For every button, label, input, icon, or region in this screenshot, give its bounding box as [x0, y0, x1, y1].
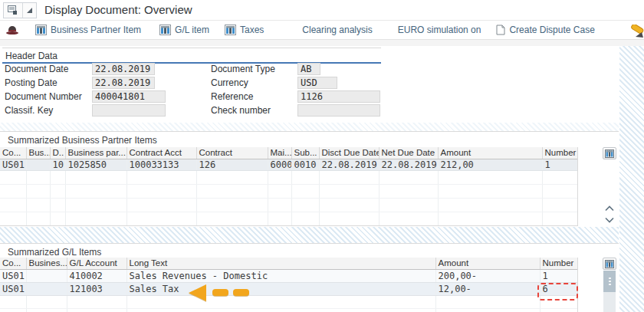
empty-cell — [196, 212, 268, 225]
check-number-field[interactable] — [297, 104, 380, 117]
empty-cell — [196, 198, 268, 212]
gl-scrollbar-thumb[interactable] — [603, 271, 616, 292]
currency-field[interactable]: USD — [297, 77, 337, 89]
empty-cell — [291, 212, 319, 225]
display-mode-button[interactable] — [6, 21, 18, 38]
table-cell[interactable]: US01 — [0, 269, 26, 282]
table-cell[interactable]: US01 — [0, 282, 26, 295]
taxes-button[interactable]: Taxes — [225, 21, 264, 38]
column-header[interactable]: Disct Due Date — [319, 147, 379, 159]
bp-scroll-down-button[interactable] — [603, 215, 615, 225]
table-row[interactable]: US01410002Sales Revenues - Domestic200,0… — [0, 269, 577, 282]
column-header[interactable]: Number — [542, 147, 577, 159]
empty-cell — [0, 170, 26, 184]
gl-scrollbar[interactable] — [603, 271, 616, 312]
sap-display-document-window: Display Document: Overview Business Part… — [0, 0, 644, 312]
table-cell[interactable]: 200,00- — [435, 269, 540, 282]
table-cell[interactable]: 1025850 — [65, 159, 127, 170]
empty-cell — [127, 198, 196, 212]
toolbar-separator-strip — [0, 40, 644, 46]
table-cell[interactable]: 100033133 — [127, 159, 196, 170]
table-cell[interactable]: 0010 — [291, 159, 319, 170]
column-header[interactable]: Amount — [435, 258, 540, 269]
column-header[interactable]: Net Due Date — [379, 147, 438, 159]
table-cell[interactable] — [26, 282, 67, 295]
document-date-field[interactable]: 22.08.2019 — [92, 63, 155, 75]
column-header[interactable]: Bus... — [26, 147, 50, 159]
field-label: Currency — [211, 77, 248, 89]
table-cell[interactable]: 212,00 — [438, 159, 542, 170]
column-header[interactable]: D.. — [50, 147, 65, 159]
empty-cell — [291, 198, 319, 212]
clipped-toolbar-icon[interactable] — [629, 25, 644, 38]
gl-item-button[interactable]: G/L item — [159, 21, 209, 38]
gl-table-settings-button[interactable] — [603, 258, 616, 270]
empty-cell — [0, 184, 26, 198]
table-cell[interactable]: 12,00- — [435, 282, 540, 295]
column-header[interactable]: Sub... — [291, 147, 319, 159]
reference-field[interactable]: 1126 — [297, 90, 380, 103]
document-type-field[interactable]: AB — [297, 63, 320, 75]
classif-key-field[interactable] — [92, 104, 166, 117]
empty-cell — [196, 184, 268, 198]
document-number-field[interactable]: 400041801 — [92, 90, 166, 103]
table-cell[interactable]: 10 — [50, 159, 65, 170]
bp-items-table: Co...Bus...D..Business par...Contract Ac… — [0, 147, 578, 226]
table-cell[interactable]: 121003 — [67, 282, 127, 295]
table-cell[interactable]: US01 — [0, 159, 26, 170]
button-label: G/L item — [175, 25, 209, 35]
table-cell[interactable]: 1 — [542, 159, 577, 170]
empty-cell — [268, 184, 291, 198]
column-header[interactable]: Business par... — [65, 147, 127, 159]
column-header[interactable]: Busines... — [26, 258, 67, 269]
column-header[interactable]: Long Text — [127, 258, 435, 269]
table-row[interactable]: US011010258501000331331266000001022.08.2… — [0, 159, 577, 170]
clearing-analysis-button[interactable]: Clearing analysis — [302, 21, 372, 38]
table-row[interactable]: US01121003Sales Tax12,00-6 — [0, 282, 577, 295]
empty-cell — [319, 212, 379, 225]
page-title: Display Document: Overview — [44, 3, 192, 16]
button-label: Taxes — [240, 25, 264, 35]
table-cell[interactable]: 410002 — [67, 269, 127, 282]
empty-cell — [438, 212, 542, 225]
gl-section-title: Summarized G/L Items — [8, 247, 101, 258]
adapt-layout-button[interactable] — [22, 3, 36, 18]
bp-section-title: Summarized Business Partner Items — [8, 135, 157, 146]
column-header[interactable]: Co... — [0, 258, 26, 269]
empty-cell — [50, 198, 65, 212]
table-cell[interactable] — [26, 269, 67, 282]
table-cell[interactable]: 1 — [540, 269, 577, 282]
header-data-group: Header Data Document Date 22.08.2019 Pos… — [2, 48, 381, 122]
empty-row — [0, 212, 577, 225]
euro-simulation-button[interactable]: EURO simulation on — [398, 21, 481, 38]
table-cell[interactable]: 22.08.2019 — [319, 159, 379, 170]
business-partner-item-button[interactable]: Business Partner Item — [35, 21, 141, 38]
table-cell[interactable]: Sales Tax — [127, 282, 435, 295]
empty-cell — [50, 170, 65, 184]
posting-date-field[interactable]: 22.08.2019 — [92, 77, 155, 89]
window-control-group — [3, 2, 37, 18]
column-header[interactable]: Contract — [196, 147, 268, 159]
empty-cell — [26, 212, 50, 225]
control-menu-button[interactable] — [4, 3, 22, 18]
table-cell[interactable]: 126 — [196, 159, 268, 170]
empty-row — [0, 198, 577, 212]
column-header[interactable]: Mai... — [268, 147, 291, 159]
column-header[interactable]: G/L Account — [67, 258, 127, 269]
create-dispute-case-button[interactable]: Create Dispute Case — [496, 21, 594, 38]
table-cell[interactable]: Sales Revenues - Domestic — [127, 269, 435, 282]
bp-scroll-up-button[interactable] — [603, 203, 615, 213]
empty-cell — [0, 212, 26, 225]
column-header[interactable]: Amount — [438, 147, 542, 159]
empty-cell — [26, 308, 67, 312]
bp-table-settings-button[interactable] — [603, 147, 616, 159]
table-cell[interactable]: 6000 — [268, 159, 291, 170]
column-header[interactable]: Number — [540, 258, 577, 269]
empty-row — [0, 170, 577, 184]
table-cell[interactable]: 22.08.2019 — [379, 159, 438, 170]
empty-cell — [0, 308, 26, 312]
column-header[interactable]: Contract Acct — [127, 147, 196, 159]
table-cell[interactable] — [26, 159, 50, 170]
column-header[interactable]: Co... — [0, 147, 26, 159]
empty-cell — [542, 184, 577, 198]
